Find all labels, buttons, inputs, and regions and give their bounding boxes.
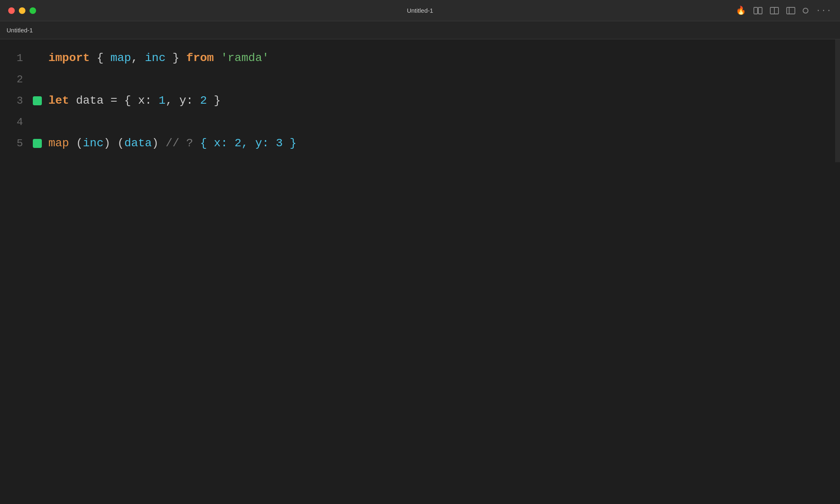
columns-icon[interactable] bbox=[770, 6, 779, 15]
token-kw-map: map bbox=[48, 137, 69, 150]
code-line: 5map (inc) (data) // ? { x: 2, y: 3 } bbox=[0, 133, 840, 154]
token-identifier: map bbox=[110, 52, 131, 64]
line-number: 5 bbox=[8, 133, 33, 154]
token-kw-import: import bbox=[48, 52, 90, 64]
code-content: let data = { x: 1, y: 2 } bbox=[48, 90, 832, 111]
token-plain: ) bbox=[152, 137, 166, 150]
token-number: 2 bbox=[200, 94, 207, 107]
token-identifier: data bbox=[124, 137, 152, 150]
token-plain: , y: bbox=[166, 94, 200, 107]
layout-split-icon[interactable] bbox=[753, 6, 762, 15]
maximize-button[interactable] bbox=[30, 7, 36, 14]
token-identifier: inc bbox=[83, 137, 103, 150]
token-number: 1 bbox=[159, 94, 166, 107]
breakpoint-placeholder bbox=[33, 118, 42, 127]
token-plain: } bbox=[166, 52, 186, 64]
flame-icon[interactable]: 🔥 bbox=[736, 5, 746, 16]
traffic-lights bbox=[8, 7, 36, 14]
tab-bar: Untitled-1 bbox=[0, 21, 840, 39]
unsaved-indicator bbox=[803, 8, 808, 14]
breakpoint-placeholder bbox=[33, 54, 42, 63]
line-number: 1 bbox=[8, 48, 33, 69]
breakpoint-placeholder bbox=[33, 75, 42, 84]
more-options-icon[interactable]: ··· bbox=[816, 6, 832, 15]
token-kw-let: let bbox=[48, 94, 69, 107]
title-bar: Untitled-1 🔥 ··· bbox=[0, 0, 840, 21]
line-number: 3 bbox=[8, 90, 33, 111]
token-string: 'ramda' bbox=[221, 52, 269, 64]
code-line: 4 bbox=[0, 111, 840, 133]
token-plain: { bbox=[90, 52, 110, 64]
token-plain: , bbox=[131, 52, 145, 64]
line-number: 2 bbox=[8, 69, 33, 90]
line-number: 4 bbox=[8, 111, 33, 133]
svg-rect-1 bbox=[758, 7, 762, 14]
breakpoint[interactable] bbox=[33, 96, 42, 105]
window-title: Untitled-1 bbox=[407, 7, 433, 14]
code-line: 2 bbox=[0, 69, 840, 90]
editor-area[interactable]: 1import { map, inc } from 'ramda'23let d… bbox=[0, 39, 840, 162]
code-line: 3let data = { x: 1, y: 2 } bbox=[0, 90, 840, 111]
code-line: 1import { map, inc } from 'ramda' bbox=[0, 48, 840, 69]
minimize-button[interactable] bbox=[19, 7, 25, 14]
token-kw-from: from bbox=[186, 52, 214, 64]
token-plain: ( bbox=[69, 137, 83, 150]
scrollbar[interactable] bbox=[835, 39, 840, 162]
token-result: { x: 2, y: 3 } bbox=[200, 137, 297, 150]
svg-rect-0 bbox=[754, 7, 758, 14]
editor-container: 1import { map, inc } from 'ramda'23let d… bbox=[0, 39, 840, 162]
token-plain: data = { x: bbox=[69, 94, 158, 107]
token-comment: // ? bbox=[166, 137, 200, 150]
token-identifier: inc bbox=[145, 52, 165, 64]
code-content: import { map, inc } from 'ramda' bbox=[48, 48, 832, 69]
token-plain: } bbox=[207, 94, 221, 107]
sidebar-icon[interactable] bbox=[786, 6, 795, 15]
tab-title[interactable]: Untitled-1 bbox=[7, 27, 33, 34]
token-plain: ) ( bbox=[103, 137, 124, 150]
code-content: map (inc) (data) // ? { x: 2, y: 3 } bbox=[48, 133, 832, 154]
toolbar-actions: 🔥 ··· bbox=[736, 5, 832, 16]
breakpoint[interactable] bbox=[33, 139, 42, 148]
close-button[interactable] bbox=[8, 7, 15, 14]
svg-rect-4 bbox=[787, 7, 795, 14]
token-plain bbox=[214, 52, 221, 64]
